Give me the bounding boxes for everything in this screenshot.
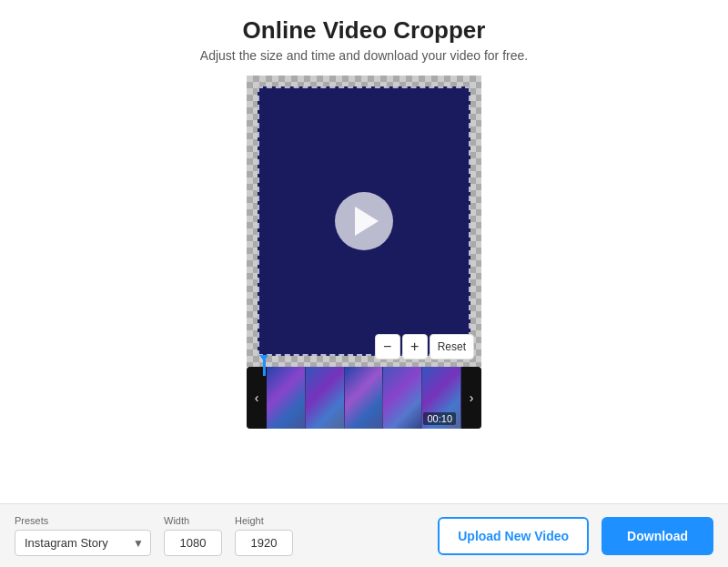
video-container: − + Reset	[247, 76, 481, 367]
zoom-minus-button[interactable]: −	[375, 334, 400, 359]
presets-label: Presets	[15, 515, 151, 526]
video-frame	[258, 86, 470, 356]
preset-select[interactable]: Instagram Story	[15, 530, 151, 556]
height-group: Height	[235, 515, 293, 556]
download-button[interactable]: Download	[602, 517, 713, 555]
timeline[interactable]: ‹ 00:10 ›	[247, 367, 481, 429]
zoom-controls: − + Reset	[375, 334, 474, 359]
frame-3	[345, 367, 384, 429]
page-title: Online Video Cropper	[200, 16, 528, 45]
reset-button[interactable]: Reset	[430, 334, 474, 359]
frame-2	[306, 367, 345, 429]
frame-1	[267, 367, 306, 429]
zoom-plus-button[interactable]: +	[402, 334, 428, 359]
timeline-left-arrow[interactable]: ‹	[247, 367, 267, 429]
bottom-bar: Presets Instagram Story ▼ Width Height U…	[0, 503, 728, 567]
timeline-marker	[263, 359, 266, 376]
width-label: Width	[164, 515, 222, 526]
timeline-frames: 00:10	[267, 367, 461, 429]
upload-button[interactable]: Upload New Video	[438, 517, 589, 555]
timeline-right-arrow[interactable]: ›	[461, 367, 481, 429]
frame-4	[383, 367, 422, 429]
preset-select-wrapper: Instagram Story ▼	[15, 530, 151, 556]
play-button[interactable]	[335, 192, 393, 250]
page-header: Online Video Cropper Adjust the size and…	[200, 0, 528, 68]
video-area: − + Reset ‹ 00:10 ›	[247, 76, 481, 429]
page-subtitle: Adjust the size and time and download yo…	[200, 48, 528, 63]
timeline-timestamp: 00:10	[423, 412, 456, 425]
timeline-wrapper: ‹ 00:10 ›	[247, 367, 481, 429]
preset-group: Presets Instagram Story ▼	[15, 515, 151, 556]
width-input[interactable]	[164, 530, 222, 556]
height-label: Height	[235, 515, 293, 526]
height-input[interactable]	[235, 530, 293, 556]
width-group: Width	[164, 515, 222, 556]
